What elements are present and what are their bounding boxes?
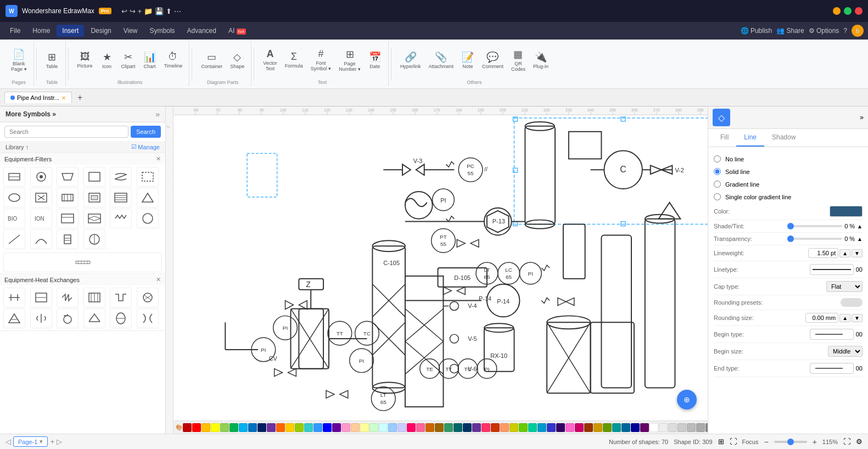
transparency-increment[interactable]: ▲ [857, 236, 863, 242]
symbol-item[interactable] [137, 288, 159, 307]
begin-size-select[interactable]: Middle Small Large [828, 346, 863, 357]
chart-button[interactable]: 📊 Chart [140, 49, 160, 72]
symbol-item[interactable] [110, 167, 132, 187]
rounding-up[interactable]: ▲ [839, 314, 850, 322]
palette-color-swatch[interactable] [239, 423, 248, 432]
symbol-item[interactable] [110, 308, 132, 328]
no-line-option[interactable]: No line [714, 153, 863, 165]
font-symbol-button[interactable]: # FontSymbol ▾ [307, 46, 335, 74]
tab-line[interactable]: Line [736, 129, 764, 147]
save-button[interactable]: 💾 [155, 7, 164, 15]
palette-color-swatch[interactable] [612, 423, 621, 432]
palette-color-swatch[interactable] [481, 423, 490, 432]
single-color-gradient-radio[interactable] [714, 193, 721, 200]
shade-increment[interactable]: ▲ [857, 223, 863, 229]
palette-color-swatch[interactable] [565, 423, 574, 432]
prev-page-button[interactable]: ◁ [5, 437, 11, 446]
symbol-item[interactable] [57, 308, 79, 328]
palette-color-swatch[interactable] [677, 423, 686, 432]
menu-design[interactable]: Design [85, 25, 116, 37]
tab-fill[interactable]: Fill [713, 129, 736, 147]
palette-color-swatch[interactable] [584, 423, 593, 432]
solid-line-option[interactable]: Solid line [714, 165, 863, 178]
publish-button[interactable]: 🌐 Publish [741, 27, 772, 35]
palette-color-swatch[interactable] [463, 423, 472, 432]
palette-color-swatch[interactable] [332, 423, 341, 432]
sidebar-collapse-button[interactable]: » [155, 110, 160, 119]
rounding-down[interactable]: ▼ [852, 314, 863, 322]
color-swatch[interactable] [830, 206, 863, 217]
palette-color-swatch[interactable] [621, 423, 630, 432]
symbol-item[interactable] [57, 288, 79, 307]
palette-color-swatch[interactable] [192, 423, 201, 432]
linetype-selector[interactable] [810, 264, 854, 275]
palette-color-swatch[interactable] [640, 423, 649, 432]
maximize-button[interactable] [844, 7, 852, 15]
shade-slider[interactable] [787, 225, 842, 227]
palette-color-swatch[interactable] [388, 423, 397, 432]
menu-insert[interactable]: Insert [57, 25, 84, 37]
palette-color-swatch[interactable] [229, 423, 238, 432]
settings-button[interactable]: ⚙ [856, 437, 863, 446]
palette-color-swatch[interactable] [631, 423, 640, 432]
symbol-item[interactable] [30, 167, 52, 187]
end-type-selector[interactable] [810, 363, 854, 374]
symbol-item[interactable] [110, 288, 132, 307]
palette-color-swatch[interactable] [369, 423, 378, 432]
expand-panel-button[interactable]: » [860, 114, 864, 121]
palette-color-swatch[interactable] [201, 423, 210, 432]
palette-color-swatch[interactable] [696, 423, 705, 432]
symbol-item[interactable] [57, 209, 79, 228]
palette-color-swatch[interactable] [575, 423, 584, 432]
symbol-item[interactable] [137, 167, 159, 187]
symbol-item[interactable] [137, 209, 159, 228]
share-button[interactable]: 👥 Share [776, 27, 804, 35]
symbol-item[interactable]: BIO [3, 209, 25, 228]
symbol-item[interactable] [110, 209, 132, 228]
add-page-button[interactable]: + [50, 437, 54, 446]
symbol-item[interactable] [3, 229, 25, 249]
symbol-item[interactable] [3, 167, 25, 187]
attachment-button[interactable]: 📎 Attachment [425, 49, 457, 72]
table-button[interactable]: ⊞ Table [42, 49, 62, 72]
open-button[interactable]: 📁 [144, 7, 153, 15]
plugin-button[interactable]: 🔌 Plug-in [530, 49, 552, 72]
date-button[interactable]: 📅 Date [365, 49, 385, 72]
palette-color-swatch[interactable] [603, 423, 612, 432]
undo-button[interactable]: ↩ [121, 7, 127, 15]
gradient-line-radio[interactable] [714, 181, 721, 188]
container-button[interactable]: ▭ Container [198, 49, 226, 72]
palette-color-swatch[interactable] [416, 423, 425, 432]
palette-color-swatch[interactable] [547, 423, 556, 432]
symbol-item[interactable] [30, 308, 52, 328]
palette-color-swatch[interactable] [351, 423, 360, 432]
symbol-item[interactable] [83, 229, 105, 249]
hyperlink-button[interactable]: 🔗 Hyperlink [397, 49, 424, 72]
symbol-item-special[interactable] [3, 252, 162, 272]
palette-color-swatch[interactable] [687, 423, 696, 432]
navigate-button[interactable]: ⊕ [677, 390, 697, 409]
lineweight-input[interactable] [808, 248, 838, 258]
palette-color-swatch[interactable] [220, 423, 229, 432]
fullscreen-button[interactable]: ⛶ [843, 437, 850, 446]
vector-text-button[interactable]: A VectorText [260, 46, 281, 74]
new-button[interactable]: + [138, 7, 142, 15]
palette-color-swatch[interactable] [295, 423, 304, 432]
palette-color-swatch[interactable] [211, 423, 220, 432]
begin-type-selector[interactable] [810, 329, 854, 340]
palette-color-swatch[interactable] [304, 423, 313, 432]
menu-home[interactable]: Home [27, 25, 55, 37]
single-color-gradient-option[interactable]: Single color gradient line [714, 190, 863, 203]
palette-color-swatch[interactable] [341, 423, 350, 432]
timeline-button[interactable]: ⏱ Timeline [161, 49, 186, 71]
symbol-item[interactable] [83, 308, 105, 328]
menu-file[interactable]: File [4, 25, 26, 37]
symbol-item[interactable] [57, 167, 79, 187]
redo-button[interactable]: ↪ [130, 7, 136, 15]
symbol-item[interactable] [83, 209, 105, 228]
palette-color-swatch[interactable] [593, 423, 602, 432]
qr-codes-button[interactable]: ▦ QRCodes [508, 46, 529, 75]
equipment-heat-exchanges-close[interactable]: ✕ [156, 276, 161, 283]
search-input[interactable] [4, 126, 128, 138]
lineweight-down[interactable]: ▼ [852, 249, 863, 257]
